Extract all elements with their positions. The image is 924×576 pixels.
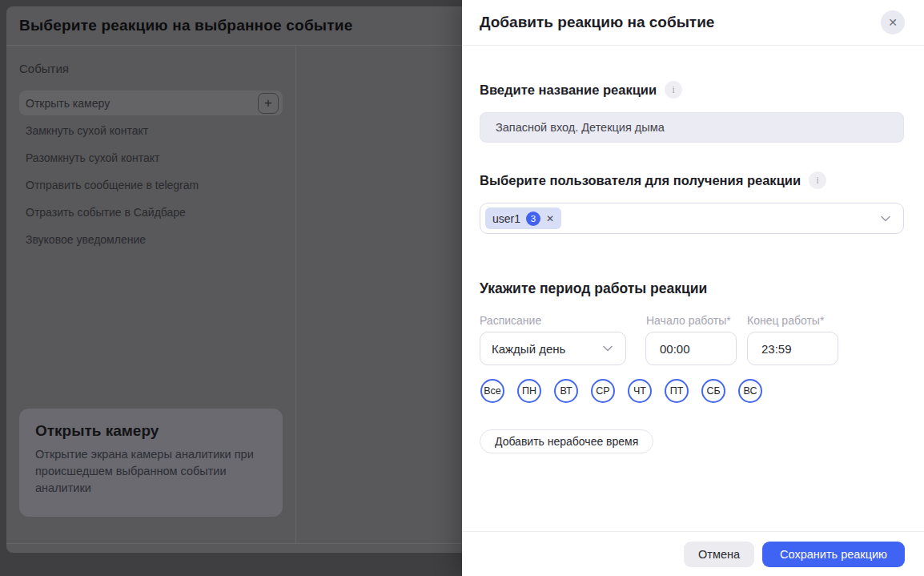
add-reaction-button[interactable]: +	[258, 93, 279, 114]
cancel-button[interactable]: Отмена	[684, 542, 754, 567]
start-time-value: 00:00	[660, 342, 690, 356]
close-button[interactable]: ✕	[881, 10, 905, 34]
vertical-divider	[295, 46, 296, 543]
end-time-value: 23:59	[761, 342, 792, 356]
drawer-body: Введите название реакции i Запасной вход…	[462, 46, 924, 531]
chevron-down-icon	[879, 212, 892, 225]
info-icon[interactable]: i	[665, 81, 682, 99]
user-tag: user1 3 ✕	[485, 207, 561, 229]
event-item-label: Открыть камеру	[26, 97, 110, 110]
users-section-label: Выберите пользователя для получения реак…	[480, 173, 801, 188]
event-detail-card: Открыть камеру Открытие экрана камеры ан…	[19, 409, 283, 517]
event-modal-header: Выберите реакцию на выбранное событие	[6, 6, 462, 46]
event-item-label: Звуковое уведомление	[26, 233, 146, 246]
event-detail-description: Открытие экрана камеры аналитики при про…	[35, 446, 267, 497]
event-item-sound-notification[interactable]: Звуковое уведомление	[19, 227, 283, 252]
schedule-label: Расписание	[480, 314, 541, 327]
add-downtime-button[interactable]: Добавить нерабочее время	[480, 429, 653, 453]
event-item-open-dry-contact[interactable]: Разомкнуть сухой контакт	[19, 145, 283, 170]
events-column: События Открыть камеру + Замкнуть сухой …	[19, 46, 283, 254]
plus-icon: +	[264, 96, 272, 110]
name-section-label: Введите название реакции	[480, 83, 657, 98]
chevron-down-icon	[601, 342, 614, 355]
event-item-open-camera[interactable]: Открыть камеру +	[19, 91, 283, 115]
weekday-selector: Все ПН ВТ СР ЧТ ПТ СБ ВС	[480, 379, 762, 403]
day-toggle-wed[interactable]: СР	[591, 379, 615, 403]
day-toggle-sun[interactable]: ВС	[738, 379, 762, 403]
event-item-label: Отправить сообщение в telegram	[26, 179, 199, 191]
day-toggle-fri[interactable]: ПТ	[665, 379, 689, 403]
day-toggle-all[interactable]: Все	[480, 379, 504, 403]
user-tag-name: user1	[492, 212, 520, 225]
event-item-label: Разомкнуть сухой контакт	[26, 151, 160, 164]
start-time-label: Начало работы*	[646, 314, 731, 327]
users-multiselect[interactable]: user1 3 ✕	[480, 203, 904, 234]
day-toggle-thu[interactable]: ЧТ	[628, 379, 652, 403]
period-section-heading: Укажите период работы реакции	[480, 280, 707, 297]
event-item-label: Замкнуть сухой контакт	[26, 124, 148, 137]
reaction-name-value: Запасной вход. Детекция дыма	[496, 121, 665, 134]
event-item-sidebar-event[interactable]: Отразить событие в Сайдбаре	[19, 199, 283, 224]
start-time-input[interactable]: 00:00	[645, 332, 737, 365]
events-section-label: События	[19, 62, 283, 75]
day-toggle-mon[interactable]: ПН	[517, 379, 541, 403]
events-list: Открыть камеру + Замкнуть сухой контакт …	[19, 91, 283, 252]
drawer-title: Добавить реакцию на событие	[480, 14, 714, 31]
schedule-value: Каждый день	[492, 342, 565, 356]
day-toggle-tue[interactable]: ВТ	[554, 379, 578, 403]
reaction-name-input[interactable]: Запасной вход. Детекция дыма	[480, 112, 904, 143]
user-tag-count-badge: 3	[526, 211, 540, 226]
event-item-label: Отразить событие в Сайдбаре	[26, 206, 186, 219]
save-reaction-button[interactable]: Сохранить реакцию	[762, 542, 905, 567]
user-tag-remove-icon[interactable]: ✕	[546, 213, 554, 224]
modal-footer-divider	[6, 543, 462, 544]
day-toggle-sat[interactable]: СБ	[701, 379, 725, 403]
add-reaction-drawer: Добавить реакцию на событие ✕ Введите на…	[462, 0, 924, 576]
page-title: Выберите реакцию на выбранное событие	[19, 17, 352, 34]
event-detail-title: Открыть камеру	[35, 422, 267, 440]
event-item-telegram-message[interactable]: Отправить сообщение в telegram	[19, 172, 283, 197]
end-time-input[interactable]: 23:59	[747, 332, 838, 365]
name-section-header: Введите название реакции i	[480, 81, 682, 99]
drawer-header: Добавить реакцию на событие ✕	[462, 0, 924, 46]
schedule-select[interactable]: Каждый день	[480, 332, 626, 365]
event-item-close-dry-contact[interactable]: Замкнуть сухой контакт	[19, 118, 283, 143]
event-selection-modal: Выберите реакцию на выбранное событие Со…	[6, 6, 462, 553]
drawer-footer: Отмена Сохранить реакцию	[462, 531, 924, 576]
info-icon[interactable]: i	[809, 171, 826, 189]
screen: Выберите реакцию на выбранное событие Со…	[0, 0, 924, 576]
end-time-label: Конец работы*	[747, 314, 824, 327]
users-section-header: Выберите пользователя для получения реак…	[480, 171, 826, 189]
close-icon: ✕	[888, 16, 898, 29]
